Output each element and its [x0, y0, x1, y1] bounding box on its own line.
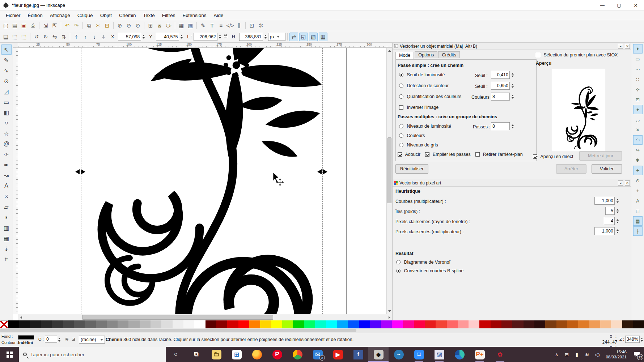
clone-icon[interactable]: ⧇ — [155, 21, 164, 30]
horizontal-scrollbar[interactable] — [18, 314, 392, 320]
text-dialog-icon[interactable]: T — [208, 21, 216, 30]
vertical-scroll-thumb[interactable] — [387, 137, 391, 203]
color-swatch[interactable] — [348, 320, 359, 328]
scroll-right-arrow[interactable] — [386, 315, 392, 320]
color-swatch[interactable] — [512, 320, 523, 328]
transform-corners-toggle[interactable]: ◱ — [299, 33, 308, 41]
quantization-radio[interactable] — [399, 94, 403, 99]
copy-icon[interactable]: ⧉ — [85, 21, 93, 30]
edge-icon[interactable] — [449, 347, 470, 362]
snap-text-baseline[interactable]: A — [633, 196, 643, 205]
stack-scans-checkbox[interactable] — [425, 152, 429, 157]
color-swatch[interactable] — [392, 320, 403, 328]
color-swatch[interactable] — [622, 320, 633, 328]
tab-options[interactable]: Options — [415, 51, 437, 58]
color-swatch[interactable] — [600, 320, 611, 328]
color-swatch[interactable] — [425, 320, 436, 328]
snap-bbox-corners[interactable]: ∷ — [633, 74, 643, 84]
ellipse-tool[interactable]: ○ — [1, 118, 12, 128]
color-swatch[interactable] — [611, 320, 622, 328]
dialog-close-icon[interactable]: ✕ — [625, 44, 630, 49]
color-swatch[interactable] — [282, 320, 293, 328]
lower-to-bottom-icon[interactable]: ⤓ — [99, 33, 108, 41]
measure-tool[interactable]: ◿ — [1, 86, 12, 97]
minimize-button[interactable]: — — [594, 0, 611, 11]
box3d-tool[interactable]: ◧ — [1, 107, 12, 118]
notification-center[interactable]: 22 — [630, 347, 644, 362]
pixelart-dialog-header[interactable]: Vectoriser du pixel art ◂ ✕ — [393, 179, 631, 187]
color-swatch[interactable] — [128, 320, 139, 328]
menu-item[interactable]: Filtres — [158, 11, 179, 20]
align-dialog-icon[interactable]: ⫼ — [235, 21, 243, 30]
scroll-left-arrow[interactable] — [18, 315, 24, 320]
flower-artwork[interactable] — [102, 48, 322, 314]
color-swatch[interactable] — [183, 320, 194, 328]
tweak-tool[interactable]: ∿ — [1, 65, 12, 76]
islands-spinner[interactable] — [615, 207, 620, 214]
brightness-threshold-field[interactable]: 0,410 — [491, 71, 510, 79]
vertical-ruler[interactable] — [13, 48, 18, 314]
select-all-icon[interactable]: ▤ — [1, 33, 10, 41]
stop-button[interactable]: Arrêter — [556, 164, 586, 174]
color-swatch[interactable] — [370, 320, 381, 328]
unlink-clone-icon[interactable]: ⧂ — [164, 21, 173, 30]
color-swatch[interactable] — [271, 320, 282, 328]
battery-icon[interactable]: ▮ — [572, 347, 582, 362]
paste-icon[interactable]: ⊟ — [103, 21, 111, 30]
dock-collapse-icon[interactable]: ◂ — [618, 180, 623, 186]
duplicate-icon[interactable]: ⊞ — [146, 21, 155, 30]
dock-collapse-icon[interactable]: ◂ — [618, 44, 623, 49]
scroll-up-arrow[interactable] — [387, 48, 393, 54]
color-swatch[interactable] — [501, 320, 512, 328]
pencil-tool[interactable]: ✑ — [1, 149, 12, 159]
color-swatch[interactable] — [315, 320, 326, 328]
zoom-spinner[interactable] — [640, 336, 644, 343]
color-swatch[interactable] — [85, 320, 96, 328]
group-icon[interactable]: ▦ — [177, 21, 186, 30]
horizontal-ruler[interactable]: 255075100125150175200225250275300 — [18, 43, 392, 48]
color-swatch[interactable] — [227, 320, 238, 328]
firefox-icon[interactable] — [247, 347, 267, 362]
snap-intersections[interactable]: ✕ — [633, 125, 643, 135]
snap-guides[interactable]: ∤ — [633, 226, 643, 236]
no-color-swatch[interactable] — [0, 320, 8, 328]
snap-page-border[interactable]: ◻ — [633, 206, 643, 216]
color-swatch[interactable] — [359, 320, 370, 328]
color-swatch[interactable] — [578, 320, 589, 328]
color-swatch[interactable] — [194, 320, 205, 328]
color-swatch[interactable] — [19, 320, 30, 328]
zoom-icon[interactable]: ⌑ — [409, 347, 429, 362]
color-swatch[interactable] — [534, 320, 545, 328]
snap-grid[interactable]: ▦ — [633, 216, 643, 226]
color-swatch[interactable] — [52, 320, 63, 328]
quant-colors-field[interactable]: 8 — [491, 93, 510, 101]
layer-dropdown[interactable]: (racine) — [79, 336, 105, 344]
invert-image-checkbox[interactable] — [399, 105, 403, 110]
snap-bbox-midpoints[interactable]: ⊹ — [633, 85, 643, 94]
zoom-field[interactable]: 348% — [625, 336, 640, 343]
menu-item[interactable]: Extensions — [179, 11, 210, 20]
photos-app-icon[interactable]: ▨ — [429, 347, 449, 362]
document-properties-icon[interactable]: ⊡ — [247, 21, 256, 30]
mail-icon[interactable]: ✉3 — [308, 347, 328, 362]
canvas[interactable] — [18, 48, 392, 314]
width-field[interactable]: 206,962 — [194, 33, 217, 41]
zoom-page-icon[interactable]: ⊙ — [134, 21, 142, 30]
snap-others[interactable]: ✦ — [633, 166, 643, 175]
opacity-field[interactable]: 0 — [45, 336, 57, 343]
voronoi-radio[interactable] — [396, 260, 401, 264]
edge-threshold-spinner[interactable] — [510, 82, 515, 89]
color-swatch[interactable] — [491, 320, 501, 328]
color-swatch[interactable] — [41, 320, 52, 328]
x-spinner[interactable] — [141, 33, 146, 41]
zoom-drawing-icon[interactable]: ⊖ — [124, 21, 133, 30]
openoffice-icon[interactable]: ~ — [389, 347, 409, 362]
taskbar-search[interactable]: Taper ici pour rechercher — [19, 347, 166, 362]
menu-item[interactable]: Affichage — [46, 11, 74, 20]
tablet-mode-icon[interactable]: ⊟ — [562, 347, 572, 362]
layer-visibility-icon[interactable]: ◉ — [65, 337, 69, 341]
quant-colors-spinner[interactable] — [510, 93, 515, 100]
brightness-threshold-spinner[interactable] — [510, 71, 515, 78]
tab-credits[interactable]: Crédits — [438, 51, 460, 58]
wifi-icon[interactable]: ≋ — [582, 347, 592, 362]
